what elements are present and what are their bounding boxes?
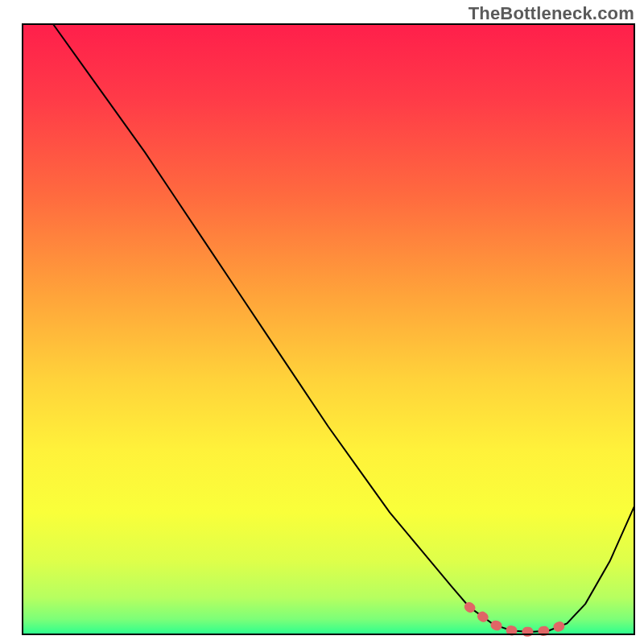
severity-gradient-background [23, 24, 634, 634]
plot-area [23, 24, 634, 634]
watermark-text: TheBottleneck.com [469, 3, 634, 24]
chart-canvas [0, 0, 644, 644]
bottleneck-chart: TheBottleneck.com [0, 0, 644, 644]
